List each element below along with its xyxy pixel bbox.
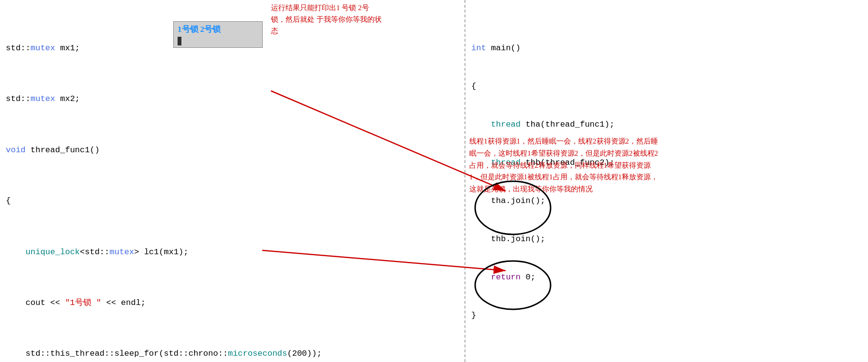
code-text: cout <<	[6, 298, 65, 307]
code-text: mutex	[30, 94, 55, 103]
code-text: unique_lock	[26, 247, 80, 257]
code-text: thb.join();	[471, 234, 545, 244]
code-line-7: std::this_thread::sleep_for(std::chrono:…	[6, 348, 459, 360]
code-text: microseconds	[228, 349, 287, 358]
run-result-text: 运行结果只能打印出1 号锁 2号锁，然后就处 于我等你你等我的状态	[271, 4, 382, 35]
code-text: <std::	[80, 247, 109, 257]
cursor-icon	[178, 37, 181, 45]
code-line-6: cout << "1号锁 " << endl;	[6, 297, 459, 309]
code-text: thread_func1()	[26, 145, 100, 155]
code-text: (200));	[287, 349, 322, 358]
code-text	[471, 273, 491, 282]
right-code-line-7: return 0;	[471, 271, 672, 284]
annotation-box-top: 1号锁 2号锁	[173, 21, 263, 48]
code-line-5: unique_lock<std::mutex> lc1(mx1);	[6, 246, 459, 259]
code-text: tha.join();	[471, 196, 545, 205]
code-text: mutex	[30, 43, 55, 53]
annotation-label: 1号锁 2号锁	[178, 25, 221, 34]
right-code-line-2: {	[471, 80, 672, 93]
code-text: > lc1(mx1);	[134, 247, 188, 257]
left-code-panel: std::mutex mx1; std::mutex mx2; void thr…	[0, 0, 464, 362]
code-keyword: return	[491, 273, 521, 282]
code-line-4: {	[6, 195, 459, 207]
right-code-line-6: thb.join();	[471, 233, 672, 246]
code-text: mx2;	[55, 94, 80, 103]
code-text: }	[471, 311, 476, 320]
code-text	[471, 120, 491, 129]
code-text: {	[6, 196, 11, 205]
code-text: std::	[6, 94, 30, 103]
code-text: << endl;	[101, 298, 146, 307]
code-line-2: std::mutex mx2;	[6, 93, 459, 105]
code-text: "1号锁 "	[65, 298, 101, 307]
code-text: mx1;	[55, 43, 80, 53]
left-code-block: std::mutex mx1; std::mutex mx2; void thr…	[6, 4, 459, 362]
annotation-run-result: 运行结果只能打印出1 号锁 2号锁，然后就处 于我等你你等我的状态	[271, 2, 382, 37]
code-text: mutex	[109, 247, 134, 257]
explanation-content: 线程1获得资源1，然后睡眠一会，线程2获得资源2，然后睡眠一会，这时线程1希望获…	[469, 137, 658, 193]
main-container: std::mutex mx1; std::mutex mx2; void thr…	[0, 0, 868, 362]
code-text: tha(thread_func1);	[521, 120, 614, 129]
code-text: std::	[6, 43, 30, 53]
right-code-line-8: }	[471, 309, 672, 322]
code-text: {	[471, 82, 476, 91]
code-text: thread	[491, 120, 521, 129]
right-code-line-3: thread tha(thread_func1);	[471, 118, 672, 131]
right-code-line-5: tha.join();	[471, 195, 672, 207]
code-line-3: void thread_func1()	[6, 144, 459, 157]
explanation-text: 线程1获得资源1，然后睡眠一会，线程2获得资源2，然后睡眠一会，这时线程1希望获…	[469, 135, 658, 195]
right-code-panel: int main() { thread tha(thread_func1); t…	[464, 0, 677, 362]
code-text	[6, 247, 26, 257]
right-code-line-1: int main()	[471, 42, 672, 55]
code-text: std::this_thread::sleep_for(std::chrono:…	[6, 349, 228, 358]
code-keyword: void	[6, 145, 26, 155]
code-keyword: int	[471, 43, 486, 53]
code-text: main()	[486, 43, 521, 53]
code-text: 0;	[521, 273, 536, 282]
